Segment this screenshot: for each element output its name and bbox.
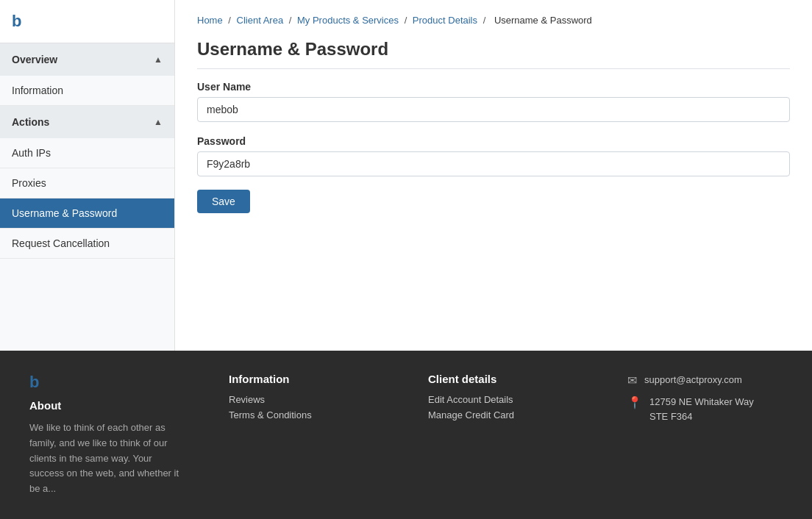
footer-email: support@actproxy.com [644,373,742,387]
footer-contact-col: ✉ support@actproxy.com 📍 12759 NE Whitak… [627,373,783,497]
sidebar-item-proxies-label: Proxies [12,177,46,189]
sidebar-section-overview[interactable]: Overview ▲ [0,43,174,76]
sidebar: b Overview ▲ Information Actions ▲ Auth … [0,0,175,351]
footer: b About We like to think of each other a… [0,351,812,519]
username-label: User Name [197,81,790,93]
breadcrumb-home[interactable]: Home [197,15,223,26]
footer-address-line2: STE F364 [649,411,693,422]
breadcrumb-sep-3: / [405,15,410,26]
save-button[interactable]: Save [197,190,250,213]
footer-logo: b [29,373,185,392]
footer-inner: b About We like to think of each other a… [29,373,783,497]
footer-link-edit-account[interactable]: Edit Account Details [428,394,583,405]
sidebar-section-actions[interactable]: Actions ▲ [0,106,174,138]
username-input[interactable] [197,97,790,122]
footer-about-col: b About We like to think of each other a… [29,373,185,497]
sidebar-item-information-label: Information [12,85,63,96]
footer-link-terms[interactable]: Terms & Conditions [229,409,384,420]
sidebar-item-request-cancellation-label: Request Cancellation [12,237,110,249]
footer-about-text: We like to think of each other as family… [29,420,185,497]
page-wrapper: b Overview ▲ Information Actions ▲ Auth … [0,0,812,519]
footer-about-heading: About [29,399,185,412]
footer-address: 12759 NE Whitaker Way STE F364 [649,395,754,423]
username-field-group: User Name [197,81,790,122]
breadcrumb-sep-1: / [228,15,233,26]
sidebar-item-auth-ips[interactable]: Auth IPs [0,138,174,168]
footer-information-heading: Information [229,373,384,385]
breadcrumb-product-details[interactable]: Product Details [413,15,477,26]
footer-client-details-heading: Client details [428,373,583,385]
password-input[interactable] [197,151,790,176]
breadcrumb-sep-4: / [483,15,488,26]
footer-client-details-col: Client details Edit Account Details Mana… [428,373,583,497]
breadcrumb-client-area[interactable]: Client Area [237,15,284,26]
password-field-group: Password [197,135,790,176]
breadcrumb-sep-2: / [289,15,294,26]
location-icon: 📍 [627,395,642,409]
chevron-up-icon: ▲ [154,54,163,65]
breadcrumb-current: Username & Password [494,15,592,26]
chevron-up-icon-actions: ▲ [154,117,163,127]
footer-link-manage-credit[interactable]: Manage Credit Card [428,409,583,420]
username-password-form: User Name Password Save [197,81,790,213]
footer-email-item: ✉ support@actproxy.com [627,373,783,387]
sidebar-item-username-password-label: Username & Password [12,207,117,219]
footer-address-item: 📍 12759 NE Whitaker Way STE F364 [627,395,783,423]
content-area: Home / Client Area / My Products & Servi… [175,0,812,351]
sidebar-item-proxies[interactable]: Proxies [0,168,174,198]
sidebar-item-information[interactable]: Information [0,76,174,106]
footer-information-col: Information Reviews Terms & Conditions [229,373,384,497]
breadcrumb: Home / Client Area / My Products & Servi… [197,15,790,26]
sidebar-logo: b [0,0,174,43]
breadcrumb-my-products[interactable]: My Products & Services [297,15,399,26]
email-icon: ✉ [627,373,637,387]
footer-link-reviews[interactable]: Reviews [229,394,384,405]
page-title: Username & Password [197,39,790,69]
sidebar-item-request-cancellation[interactable]: Request Cancellation [0,229,174,259]
sidebar-item-username-password[interactable]: Username & Password [0,198,174,229]
footer-address-line1: 12759 NE Whitaker Way [649,396,754,407]
sidebar-item-auth-ips-label: Auth IPs [12,147,51,159]
main-content: b Overview ▲ Information Actions ▲ Auth … [0,0,812,351]
sidebar-section-overview-label: Overview [12,54,57,65]
password-label: Password [197,135,790,147]
sidebar-section-actions-label: Actions [12,116,49,128]
